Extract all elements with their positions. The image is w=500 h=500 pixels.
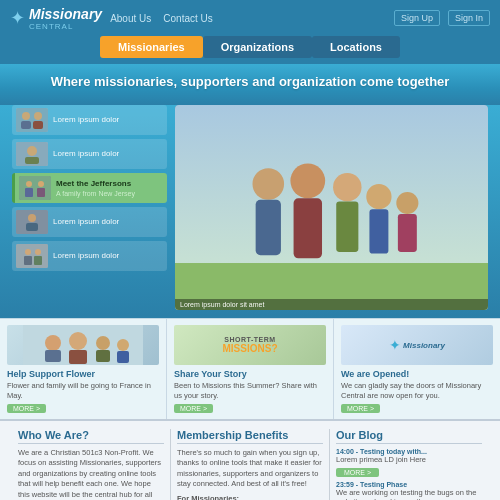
logo-text-group: Missionary CENTRAL — [29, 6, 102, 31]
list-thumb-1 — [16, 108, 48, 132]
svg-point-31 — [396, 192, 418, 214]
svg-rect-26 — [294, 198, 322, 258]
card-story-image: SHORT-TERM MISSIONS? — [174, 325, 326, 365]
photo-caption: Lorem ipsum dolor sit amet — [175, 299, 488, 310]
svg-point-27 — [333, 173, 361, 201]
svg-point-1 — [22, 112, 30, 120]
card-support-more[interactable]: MORE > — [7, 404, 46, 413]
svg-rect-41 — [117, 351, 129, 363]
list-item-highlighted[interactable]: Meet the Jeffersons A family from New Je… — [12, 173, 167, 203]
auth-buttons: Sign Up Sign In — [394, 10, 490, 26]
svg-rect-10 — [25, 188, 33, 197]
logo-name: Missionary — [29, 6, 102, 22]
svg-rect-28 — [336, 201, 358, 252]
card-opened-image: ✦ Missionary — [341, 325, 493, 365]
list-item-sub-3: A family from New Jersey — [56, 190, 135, 197]
card-support-image — [7, 325, 159, 365]
svg-point-17 — [25, 249, 31, 255]
card-story: SHORT-TERM MISSIONS? Share Your Story Be… — [167, 319, 334, 419]
list-item-text-4: Lorem ipsum dolor — [53, 217, 119, 227]
svg-point-25 — [290, 163, 325, 198]
svg-point-14 — [28, 214, 36, 222]
signin-button[interactable]: Sign In — [448, 10, 490, 26]
list-item[interactable]: Lorem ipsum dolor — [12, 207, 167, 237]
membership-intro: There's so much to gain when you sign up… — [177, 448, 323, 490]
nav-about[interactable]: About Us — [110, 13, 151, 24]
blog-more-1[interactable]: MORE > — [336, 468, 379, 477]
svg-point-23 — [252, 168, 284, 200]
svg-rect-2 — [21, 121, 31, 129]
list-item[interactable]: Lorem ipsum dolor — [12, 241, 167, 271]
svg-rect-7 — [25, 157, 39, 164]
svg-point-3 — [34, 112, 42, 120]
membership-for: For Missionaries: — [177, 494, 323, 500]
bottom-info-section: Who We Are? We are a Christian 501c3 Non… — [0, 419, 500, 500]
site-header: ✦ Missionary CENTRAL About Us Contact Us… — [0, 0, 500, 36]
svg-rect-32 — [398, 214, 417, 252]
svg-rect-30 — [369, 209, 388, 253]
logo-sub: CENTRAL — [29, 22, 102, 31]
blog-text-1: Lorem primea LD join Here — [336, 455, 482, 465]
card-story-title: Share Your Story — [174, 369, 326, 379]
cards-section: Help Support Flower Flower and family wi… — [0, 318, 500, 419]
list-item[interactable]: Lorem ipsum dolor — [12, 139, 167, 169]
svg-rect-24 — [256, 200, 281, 255]
list-item[interactable]: Lorem ipsum dolor — [12, 105, 167, 135]
svg-point-6 — [27, 146, 37, 156]
svg-point-9 — [26, 181, 32, 187]
list-item-text-3: Meet the Jeffersons — [56, 179, 135, 189]
card-logo-bird-icon: ✦ — [389, 337, 401, 353]
list-thumb-5 — [16, 244, 48, 268]
tab-locations[interactable]: Locations — [312, 36, 400, 58]
blog-entry-2: 23:59 - Testing Phase We are working on … — [336, 481, 482, 500]
card-story-more[interactable]: MORE > — [174, 404, 213, 413]
tab-organizations[interactable]: Organizations — [203, 36, 312, 58]
missions-label: MISSIONS? — [178, 343, 322, 354]
site-logo[interactable]: ✦ Missionary CENTRAL — [10, 6, 102, 31]
list-item-text-2: Lorem ipsum dolor — [53, 149, 119, 159]
card-opened-more[interactable]: MORE > — [341, 404, 380, 413]
signup-button[interactable]: Sign Up — [394, 10, 440, 26]
hero-section: Where missionaries, supporters and organ… — [0, 64, 500, 105]
svg-point-34 — [45, 335, 61, 351]
svg-point-36 — [69, 332, 87, 350]
card-support-text: Flower and family will be going to Franc… — [7, 381, 159, 401]
membership-col: Membership Benefits There's so much to g… — [171, 429, 330, 500]
svg-point-40 — [117, 339, 129, 351]
hero-title: Where missionaries, supporters and organ… — [20, 74, 480, 89]
main-photo: Lorem ipsum dolor sit amet — [175, 105, 488, 310]
blog-date-2: 23:59 - Testing Phase — [336, 481, 482, 488]
svg-rect-15 — [26, 223, 38, 231]
missionary-list: Lorem ipsum dolor Lorem ipsum dolor Meet… — [12, 105, 167, 310]
svg-rect-37 — [69, 350, 87, 364]
svg-rect-18 — [24, 256, 32, 265]
card-story-text: Been to Missions this Summer? Share with… — [174, 381, 326, 401]
card-logo-text: Missionary — [403, 341, 445, 350]
who-we-are-col: Who We Are? We are a Christian 501c3 Non… — [12, 429, 171, 500]
svg-point-19 — [35, 249, 41, 255]
card-opened: ✦ Missionary We are Opened! We can gladl… — [334, 319, 500, 419]
list-item-text-1: Lorem ipsum dolor — [53, 115, 119, 125]
tab-missionaries[interactable]: Missionaries — [100, 36, 203, 58]
who-title: Who We Are? — [18, 429, 164, 444]
svg-rect-20 — [34, 256, 42, 265]
svg-rect-35 — [45, 350, 61, 362]
list-item-group-3: Meet the Jeffersons A family from New Je… — [56, 179, 135, 196]
svg-rect-8 — [19, 176, 51, 200]
nav-contact[interactable]: Contact Us — [163, 13, 212, 24]
card-support: Help Support Flower Flower and family wi… — [0, 319, 167, 419]
who-text: We are a Christian 501c3 Non-Profit. We … — [18, 448, 164, 500]
main-content: Lorem ipsum dolor Lorem ipsum dolor Meet… — [0, 105, 500, 318]
card-opened-title: We are Opened! — [341, 369, 493, 379]
list-item-text-5: Lorem ipsum dolor — [53, 251, 119, 261]
logo-bird-icon: ✦ — [10, 7, 25, 29]
card-opened-text: We can gladly say the doors of Missionar… — [341, 381, 493, 401]
blog-text-2: We are working on testing the bugs on th… — [336, 488, 482, 500]
main-nav: About Us Contact Us — [110, 13, 213, 24]
blog-date-1: 14:00 - Testing today with... — [336, 448, 482, 455]
membership-title: Membership Benefits — [177, 429, 323, 444]
list-thumb-3 — [19, 176, 51, 200]
svg-point-11 — [38, 181, 44, 187]
svg-rect-16 — [16, 244, 48, 268]
blog-title: Our Blog — [336, 429, 482, 444]
